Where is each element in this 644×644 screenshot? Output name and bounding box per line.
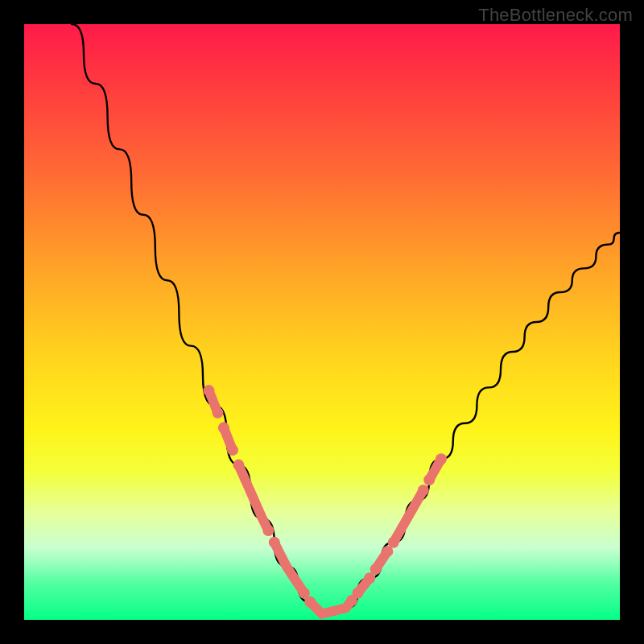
highlight-segments-group (203, 385, 447, 613)
highlight-endpoint (304, 597, 316, 608)
highlight-segment (310, 601, 352, 614)
bottleneck-curve-line (72, 24, 620, 614)
highlight-endpoint (227, 444, 238, 456)
highlight-endpoint (423, 474, 435, 485)
watermark-text: TheBottleneck.com (478, 5, 633, 26)
highlight-segment (238, 465, 268, 530)
outer-black-frame: TheBottleneck.com (0, 0, 644, 644)
highlight-endpoint (352, 588, 363, 599)
highlight-endpoint (388, 537, 399, 548)
highlight-endpoint (262, 525, 274, 536)
highlight-segment (394, 490, 423, 543)
highlight-endpoint (418, 485, 429, 496)
highlight-endpoint (203, 385, 214, 396)
curve-svg (24, 24, 620, 620)
highlight-endpoint (218, 422, 229, 433)
highlight-endpoint (233, 460, 244, 471)
highlight-endpoint (269, 537, 280, 548)
chart-plot-area (24, 24, 620, 620)
highlight-endpoint (370, 564, 382, 575)
highlight-segment (275, 543, 304, 593)
highlight-endpoint (213, 407, 224, 419)
highlight-endpoint (436, 453, 447, 464)
